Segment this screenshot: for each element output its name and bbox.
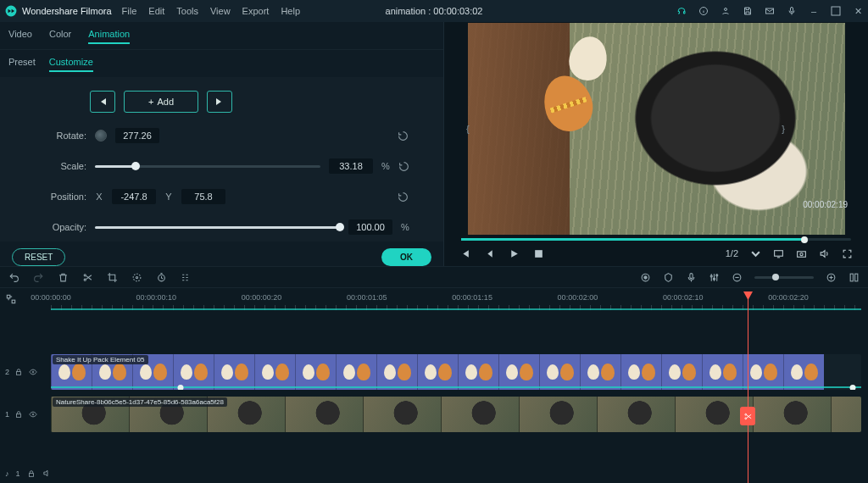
ruler-tick: 00:00:00:00: [31, 293, 71, 302]
ok-button[interactable]: OK: [381, 248, 431, 266]
tab-color[interactable]: Color: [49, 29, 71, 44]
ruler-tick: 00:00:01:05: [347, 293, 387, 302]
display-icon[interactable]: [773, 248, 784, 259]
track-2-id: 2: [5, 368, 9, 376]
snap-icon[interactable]: [5, 293, 17, 305]
save-icon[interactable]: [743, 6, 753, 16]
menu-help[interactable]: Help: [281, 6, 300, 16]
stop-icon[interactable]: [533, 248, 544, 259]
record-icon[interactable]: [640, 272, 651, 283]
prev-keyframe-button[interactable]: [90, 91, 115, 113]
position-x-label: X: [95, 192, 103, 202]
app-logo-icon: [5, 5, 17, 17]
preview-panel: { } 00:00:02:19 1/2: [444, 22, 868, 266]
menu-view[interactable]: View: [210, 6, 231, 16]
position-y-input[interactable]: [181, 189, 225, 204]
subtab-preset[interactable]: Preset: [8, 57, 36, 72]
mail-icon[interactable]: [765, 6, 775, 16]
svg-rect-27: [17, 372, 21, 375]
svg-rect-4: [791, 8, 793, 13]
lock-icon[interactable]: [14, 368, 23, 376]
track-2-head: 2: [5, 354, 47, 390]
svg-point-16: [644, 275, 647, 278]
window-maximize[interactable]: [831, 6, 841, 16]
menu-file[interactable]: File: [122, 6, 137, 16]
track-1-clip-label: NatureShare-8b06c5e5-1d37-47e5-85d6-583a…: [53, 397, 227, 407]
eye-icon[interactable]: [28, 368, 38, 376]
svg-rect-26: [12, 300, 15, 303]
subtab-customize[interactable]: Customize: [49, 57, 93, 72]
play-icon[interactable]: [509, 248, 520, 259]
ruler-tick: 00:00:00:20: [242, 293, 282, 302]
position-reset-icon[interactable]: [398, 192, 409, 203]
reset-button[interactable]: RESET: [12, 248, 65, 266]
zoom-out-icon[interactable]: [732, 272, 743, 283]
menu-tools[interactable]: Tools: [176, 6, 198, 16]
window-close[interactable]: ✕: [853, 6, 863, 16]
speaker-icon[interactable]: [42, 469, 52, 478]
scale-reset-icon[interactable]: [398, 161, 409, 172]
playhead[interactable]: [748, 291, 748, 483]
duration-icon[interactable]: [156, 272, 167, 283]
zoom-fit-icon[interactable]: [849, 272, 860, 283]
chevron-down-icon[interactable]: [750, 248, 761, 259]
app-name: Wondershare Filmora: [22, 6, 112, 16]
track-2[interactable]: Shake It Up Pack Element 05: [51, 354, 861, 390]
zoom-in-icon[interactable]: [826, 272, 837, 283]
crop-icon[interactable]: [107, 272, 118, 283]
preview-next-marker[interactable]: }: [765, 124, 804, 134]
undo-icon[interactable]: [8, 272, 19, 283]
preview-scrubber[interactable]: [461, 238, 851, 241]
account-icon[interactable]: [721, 6, 731, 16]
rotate-input[interactable]: [115, 128, 159, 143]
preview-timecode: 00:00:02:19: [803, 200, 863, 209]
mixer-icon[interactable]: [709, 272, 720, 283]
voiceover-icon[interactable]: [686, 272, 697, 283]
next-keyframe-button[interactable]: [207, 91, 232, 113]
ruler-tick: 00:00:01:15: [452, 293, 492, 302]
ruler-line: [51, 308, 861, 310]
split-icon[interactable]: [82, 272, 93, 283]
lock-icon[interactable]: [14, 410, 23, 419]
settings-icon[interactable]: [181, 272, 192, 283]
scale-slider[interactable]: [95, 165, 320, 168]
speed-icon[interactable]: [131, 272, 142, 283]
snapshot-icon[interactable]: [796, 248, 807, 259]
volume-icon[interactable]: [819, 248, 830, 259]
position-y-label: Y: [164, 192, 173, 202]
headset-icon[interactable]: [676, 6, 687, 16]
fullscreen-icon[interactable]: [842, 248, 853, 259]
rotate-knob[interactable]: [95, 130, 107, 142]
delete-icon[interactable]: [58, 272, 69, 283]
lock-icon[interactable]: [27, 469, 36, 478]
rotate-reset-icon[interactable]: [398, 130, 409, 142]
eye-icon[interactable]: [28, 410, 38, 419]
svg-rect-5: [832, 7, 840, 15]
add-keyframe-label: Add: [157, 97, 174, 107]
keyframe-dot[interactable]: [850, 385, 856, 390]
redo-icon[interactable]: [33, 272, 44, 283]
track-2-clip[interactable]: Shake It Up Pack Element 05: [51, 354, 861, 390]
menu-edit[interactable]: Edit: [148, 6, 164, 16]
window-minimize[interactable]: –: [809, 6, 819, 16]
zoom-slider[interactable]: [754, 276, 814, 279]
preview-prev-marker[interactable]: {: [449, 124, 488, 134]
scale-input[interactable]: [329, 158, 373, 174]
title-bar: Wondershare Filmora File Edit Tools View…: [0, 0, 868, 22]
keyframe-dot[interactable]: [177, 385, 183, 390]
mic-icon[interactable]: [787, 6, 797, 16]
marker-icon[interactable]: [663, 272, 674, 283]
step-back-icon[interactable]: [459, 248, 470, 259]
cut-indicator[interactable]: [740, 407, 755, 425]
add-keyframe-button[interactable]: +Add: [124, 91, 198, 113]
opacity-slider[interactable]: [95, 226, 340, 229]
tab-animation[interactable]: Animation: [88, 29, 130, 44]
frame-back-icon[interactable]: [484, 248, 495, 259]
opacity-input[interactable]: [348, 219, 392, 235]
tab-video[interactable]: Video: [8, 29, 32, 44]
preview-zoom-ratio[interactable]: 1/2: [726, 248, 738, 258]
menu-export[interactable]: Export: [242, 6, 270, 16]
position-x-input[interactable]: [112, 189, 156, 204]
info-icon[interactable]: [698, 6, 709, 16]
svg-point-31: [744, 414, 746, 415]
